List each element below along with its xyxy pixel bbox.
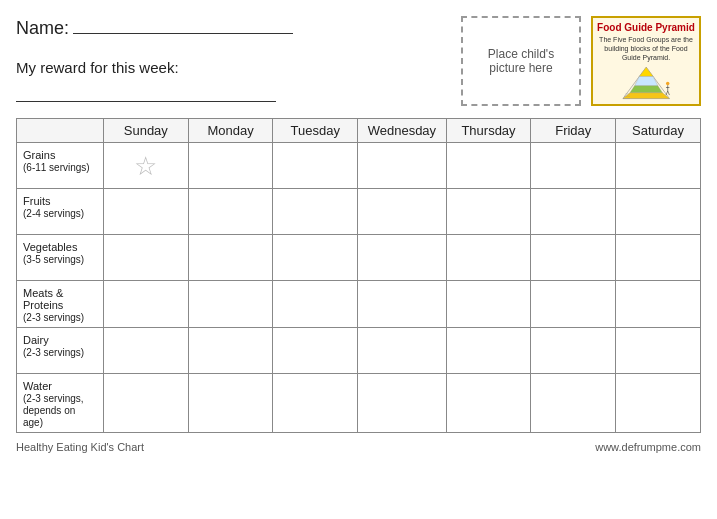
col-header-friday: Friday xyxy=(531,119,616,143)
svg-point-5 xyxy=(665,82,668,85)
pyramid-box: Food Guide Pyramid The Five Food Groups … xyxy=(591,16,701,106)
vegetables-thursday-cell[interactable] xyxy=(446,235,531,281)
meats-friday-cell[interactable] xyxy=(531,281,616,328)
header-section: Name: My reward for this week: Place chi… xyxy=(16,16,701,108)
grains-wednesday-cell[interactable] xyxy=(358,143,446,189)
fruits-monday-cell[interactable] xyxy=(188,189,273,235)
name-line: Name: xyxy=(16,16,461,39)
vegetables-saturday-cell[interactable] xyxy=(616,235,701,281)
fruits-tuesday-cell[interactable] xyxy=(273,189,358,235)
table-row: Water(2-3 servings,depends on age) xyxy=(17,374,701,433)
table-header-row: Sunday Monday Tuesday Wednesday Thursday… xyxy=(17,119,701,143)
row-label-water: Water(2-3 servings,depends on age) xyxy=(17,374,104,433)
footer-right: www.defrumpme.com xyxy=(595,441,701,453)
pyramid-image xyxy=(604,66,689,100)
footer-left: Healthy Eating Kid's Chart xyxy=(16,441,144,453)
footer: Healthy Eating Kid's Chart www.defrumpme… xyxy=(16,441,701,453)
reward-underline-field[interactable] xyxy=(16,88,276,102)
col-header-monday: Monday xyxy=(188,119,273,143)
vegetables-monday-cell[interactable] xyxy=(188,235,273,281)
col-header-label xyxy=(17,119,104,143)
right-section: Place child's picture here Food Guide Py… xyxy=(461,16,701,106)
pyramid-subtitle: The Five Food Groups are the building bl… xyxy=(597,35,695,62)
meats-sunday-cell[interactable] xyxy=(103,281,188,328)
meats-thursday-cell[interactable] xyxy=(446,281,531,328)
pyramid-title: Food Guide Pyramid xyxy=(597,22,695,33)
svg-marker-1 xyxy=(639,67,653,76)
row-label-vegetables: Vegetables(3-5 servings) xyxy=(17,235,104,281)
water-wednesday-cell[interactable] xyxy=(358,374,446,433)
food-table: Sunday Monday Tuesday Wednesday Thursday… xyxy=(16,118,701,433)
table-row: Vegetables(3-5 servings) xyxy=(17,235,701,281)
water-sunday-cell[interactable] xyxy=(103,374,188,433)
grains-sunday-cell[interactable]: ☆ xyxy=(103,143,188,189)
vegetables-wednesday-cell[interactable] xyxy=(358,235,446,281)
name-underline-field[interactable] xyxy=(73,16,293,34)
name-label: Name: xyxy=(16,18,69,39)
grains-saturday-cell[interactable] xyxy=(616,143,701,189)
svg-marker-3 xyxy=(629,86,662,93)
dairy-sunday-cell[interactable] xyxy=(103,328,188,374)
svg-line-8 xyxy=(665,91,667,95)
table-row: Grains(6-11 servings) ☆ xyxy=(17,143,701,189)
water-monday-cell[interactable] xyxy=(188,374,273,433)
fruits-wednesday-cell[interactable] xyxy=(358,189,446,235)
picture-box: Place child's picture here xyxy=(461,16,581,106)
grains-tuesday-cell[interactable] xyxy=(273,143,358,189)
fruits-thursday-cell[interactable] xyxy=(446,189,531,235)
row-label-grains: Grains(6-11 servings) xyxy=(17,143,104,189)
col-header-tuesday: Tuesday xyxy=(273,119,358,143)
grains-monday-cell[interactable] xyxy=(188,143,273,189)
left-section: Name: My reward for this week: xyxy=(16,16,461,108)
fruits-friday-cell[interactable] xyxy=(531,189,616,235)
meats-monday-cell[interactable] xyxy=(188,281,273,328)
col-header-wednesday: Wednesday xyxy=(358,119,446,143)
vegetables-tuesday-cell[interactable] xyxy=(273,235,358,281)
table-row: Fruits(2-4 servings) xyxy=(17,189,701,235)
vegetables-friday-cell[interactable] xyxy=(531,235,616,281)
grains-friday-cell[interactable] xyxy=(531,143,616,189)
svg-line-9 xyxy=(667,91,669,95)
meats-tuesday-cell[interactable] xyxy=(273,281,358,328)
water-saturday-cell[interactable] xyxy=(616,374,701,433)
svg-marker-4 xyxy=(622,93,669,99)
col-header-sunday: Sunday xyxy=(103,119,188,143)
dairy-friday-cell[interactable] xyxy=(531,328,616,374)
reward-label: My reward for this week: xyxy=(16,59,179,76)
meats-wednesday-cell[interactable] xyxy=(358,281,446,328)
row-label-dairy: Dairy(2-3 servings) xyxy=(17,328,104,374)
meats-saturday-cell[interactable] xyxy=(616,281,701,328)
grains-thursday-cell[interactable] xyxy=(446,143,531,189)
dairy-thursday-cell[interactable] xyxy=(446,328,531,374)
dairy-tuesday-cell[interactable] xyxy=(273,328,358,374)
water-friday-cell[interactable] xyxy=(531,374,616,433)
water-tuesday-cell[interactable] xyxy=(273,374,358,433)
vegetables-sunday-cell[interactable] xyxy=(103,235,188,281)
col-header-saturday: Saturday xyxy=(616,119,701,143)
row-label-fruits: Fruits(2-4 servings) xyxy=(17,189,104,235)
dairy-wednesday-cell[interactable] xyxy=(358,328,446,374)
star-icon: ☆ xyxy=(134,151,157,181)
fruits-saturday-cell[interactable] xyxy=(616,189,701,235)
fruits-sunday-cell[interactable] xyxy=(103,189,188,235)
table-row: Dairy(2-3 servings) xyxy=(17,328,701,374)
reward-section: My reward for this week: xyxy=(16,59,461,102)
col-header-thursday: Thursday xyxy=(446,119,531,143)
row-label-meats: Meats &Proteins(2-3 servings) xyxy=(17,281,104,328)
dairy-saturday-cell[interactable] xyxy=(616,328,701,374)
water-thursday-cell[interactable] xyxy=(446,374,531,433)
dairy-monday-cell[interactable] xyxy=(188,328,273,374)
table-row: Meats &Proteins(2-3 servings) xyxy=(17,281,701,328)
picture-placeholder-text: Place child's picture here xyxy=(469,47,573,75)
